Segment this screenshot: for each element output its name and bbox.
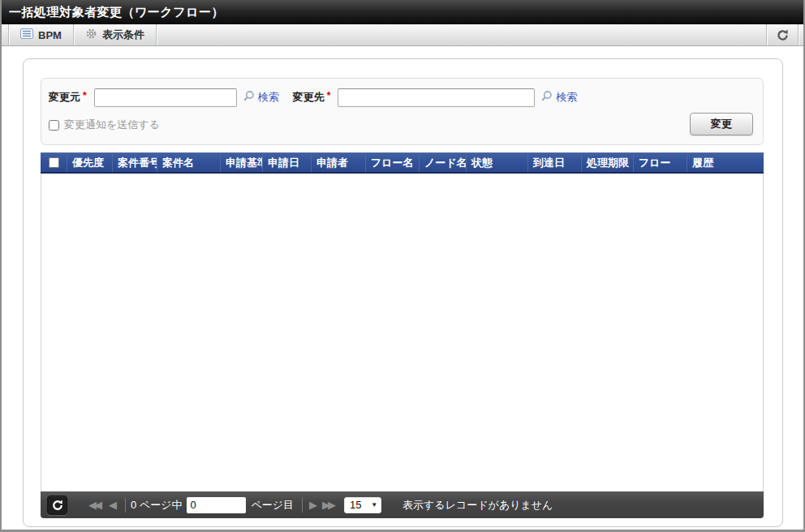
app-window: 一括処理対象者変更（ワークフロー） BPM 表示条件 xyxy=(0,0,805,532)
toolbar-spacer xyxy=(157,24,766,45)
column-header-priority[interactable]: 優先度 xyxy=(67,153,112,172)
pager-bar: ◀◀ ◀ 0 ページ中 ページ目 ▶ ▶▶ 15 ▼ 表示するレコードがありませ… xyxy=(41,491,764,518)
page-label: ページ目 xyxy=(251,498,294,513)
column-header-node-name[interactable]: ノード名 xyxy=(419,153,466,172)
target-search-link[interactable]: 検索 xyxy=(540,90,577,105)
toolbar: BPM 表示条件 xyxy=(2,24,803,46)
required-mark: * xyxy=(327,90,331,101)
target-search-label: 検索 xyxy=(556,90,577,105)
page-number-input[interactable] xyxy=(187,497,246,513)
column-header-matter-number[interactable]: 案件番号 xyxy=(112,153,157,172)
select-all-checkbox[interactable] xyxy=(49,157,59,168)
column-header-matter-name[interactable]: 案件名 xyxy=(157,153,220,172)
content-area: 変更元* 検索 変更先* xyxy=(2,46,803,530)
required-mark: * xyxy=(83,90,87,101)
search-icon xyxy=(243,90,255,105)
refresh-icon[interactable] xyxy=(767,24,798,45)
notification-checkbox[interactable] xyxy=(49,120,59,131)
bpm-button-label: BPM xyxy=(38,29,62,41)
main-panel: 変更元* 検索 変更先* xyxy=(23,58,783,527)
pager-separator xyxy=(302,498,303,513)
column-header-applicant[interactable]: 申請者 xyxy=(311,153,365,172)
last-page-icon[interactable]: ▶▶ xyxy=(322,499,334,511)
source-search-label: 検索 xyxy=(258,90,279,105)
column-header-flow-name[interactable]: フロー名 xyxy=(365,153,419,172)
source-input[interactable] xyxy=(94,88,237,107)
target-input[interactable] xyxy=(338,88,535,107)
change-button[interactable]: 変更 xyxy=(690,113,753,135)
total-pages-text: 0 ページ中 xyxy=(131,498,182,513)
column-header-status[interactable]: 状態 xyxy=(466,153,527,172)
column-header-arrival-date[interactable]: 到達日 xyxy=(527,153,581,172)
column-header-apply-base[interactable]: 申請基準 xyxy=(220,153,262,172)
column-header-deadline[interactable]: 処理期限 xyxy=(581,153,633,172)
dropdown-arrow-icon: ▼ xyxy=(371,501,377,508)
prev-page-icon[interactable]: ◀ xyxy=(109,499,117,511)
gear-icon xyxy=(85,28,97,42)
change-form: 変更元* 検索 変更先* xyxy=(41,78,764,145)
page-title: 一括処理対象者変更（ワークフロー） xyxy=(2,0,803,24)
source-label: 変更元* xyxy=(49,90,87,105)
column-header-flow[interactable]: フロー xyxy=(633,153,687,172)
pager-refresh-icon[interactable] xyxy=(47,496,67,515)
page-size-value: 15 xyxy=(350,499,361,511)
list-icon xyxy=(20,28,33,41)
notification-checkbox-label: 変更通知を送信する xyxy=(64,118,160,132)
display-conditions-label: 表示条件 xyxy=(102,28,144,42)
column-header-history[interactable]: 履歴 xyxy=(687,153,764,172)
display-conditions-button[interactable]: 表示条件 xyxy=(74,24,156,45)
records-grid: 優先度 案件番号 案件名 申請基準 申請日 申請者 フロー名 ノード名 状態 到… xyxy=(41,152,764,518)
grid-header-row: 優先度 案件番号 案件名 申請基準 申請日 申請者 フロー名 ノード名 状態 到… xyxy=(41,152,764,174)
page-size-select[interactable]: 15 ▼ xyxy=(344,497,381,513)
bpm-button[interactable]: BPM xyxy=(9,24,73,45)
next-page-icon[interactable]: ▶ xyxy=(309,499,317,511)
first-page-icon[interactable]: ◀◀ xyxy=(88,499,100,511)
empty-records-message: 表示するレコードがありません xyxy=(402,498,553,513)
column-header-apply-date[interactable]: 申請日 xyxy=(262,153,311,172)
source-search-link[interactable]: 検索 xyxy=(243,90,279,105)
target-label: 変更先* xyxy=(293,90,331,105)
pager-separator xyxy=(125,498,126,513)
grid-body-empty xyxy=(41,174,764,491)
select-all-cell xyxy=(41,153,67,172)
search-icon xyxy=(540,90,553,105)
